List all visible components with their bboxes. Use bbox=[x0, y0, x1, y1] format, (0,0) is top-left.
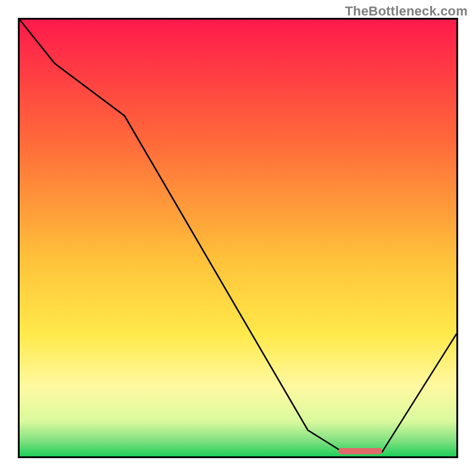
watermark-text: TheBottleneck.com bbox=[345, 4, 468, 19]
chart-container: TheBottleneck.com bbox=[0, 0, 476, 476]
gradient-background bbox=[20, 20, 456, 456]
selection-marker bbox=[339, 448, 382, 454]
chart-svg bbox=[20, 20, 456, 456]
plot-area bbox=[18, 18, 458, 458]
